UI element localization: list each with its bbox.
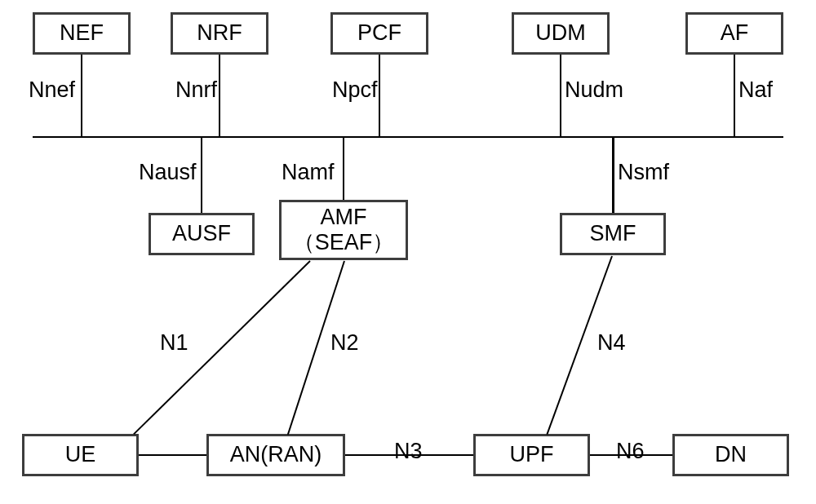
node-pcf: PCF <box>330 12 428 55</box>
connector-af <box>734 55 735 136</box>
node-dn: DN <box>672 434 789 476</box>
node-udm-label: UDM <box>535 20 586 46</box>
node-af: AF <box>685 12 783 55</box>
connector-udm <box>560 55 561 136</box>
node-anran: AN(RAN) <box>206 434 345 476</box>
connector-smf <box>612 136 614 213</box>
connector-nrf <box>219 55 220 136</box>
label-nnef: Nnef <box>29 77 75 103</box>
node-smf: SMF <box>560 213 666 255</box>
node-nrf-label: NRF <box>197 20 242 46</box>
node-ue: UE <box>22 434 139 476</box>
node-upf: UPF <box>473 434 590 476</box>
service-bus <box>33 136 783 138</box>
label-n1: N1 <box>160 330 188 356</box>
node-udm: UDM <box>512 12 610 55</box>
node-nef-label: NEF <box>60 20 104 46</box>
label-nausf: Nausf <box>139 160 197 185</box>
node-upf-label: UPF <box>510 442 554 467</box>
label-n6: N6 <box>616 439 645 464</box>
connector-pcf <box>379 55 380 136</box>
label-nnrf: Nnrf <box>175 77 217 103</box>
connector-nef <box>81 55 82 136</box>
node-smf-label: SMF <box>590 221 636 246</box>
label-n4: N4 <box>597 330 626 356</box>
label-n2: N2 <box>330 330 359 356</box>
node-amf: AMF （SEAF） <box>279 200 408 260</box>
node-nrf: NRF <box>171 12 268 55</box>
label-namf: Namf <box>282 160 335 185</box>
connector-ue-anran <box>139 454 206 456</box>
node-dn-label: DN <box>715 442 747 467</box>
node-nef: NEF <box>33 12 131 55</box>
node-ausf-label: AUSF <box>172 221 231 246</box>
connector-ausf <box>201 136 202 213</box>
node-ue-label: UE <box>65 442 96 467</box>
node-af-label: AF <box>721 20 749 46</box>
connector-amf <box>343 136 344 200</box>
label-nsmf: Nsmf <box>618 160 669 185</box>
node-anran-label: AN(RAN) <box>230 442 322 467</box>
node-pcf-label: PCF <box>357 20 401 46</box>
label-n3: N3 <box>394 439 423 464</box>
label-npcf: Npcf <box>332 77 378 103</box>
label-naf: Naf <box>738 77 773 103</box>
label-nudm: Nudm <box>565 77 623 103</box>
node-amf-label: AMF （SEAF） <box>293 205 395 255</box>
node-ausf: AUSF <box>149 213 255 255</box>
